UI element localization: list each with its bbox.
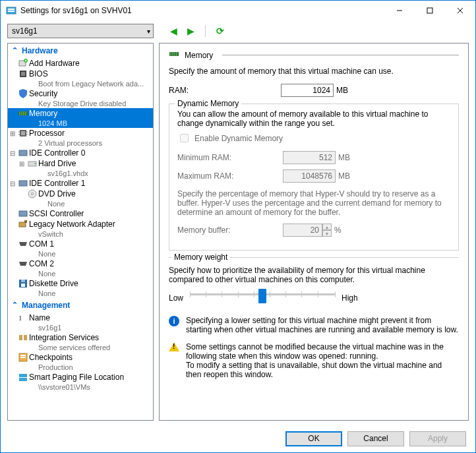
- tree-item-add-hardware[interactable]: Add Hardware: [8, 58, 153, 69]
- settings-tree[interactable]: ⌃ Hardware Add Hardware BIOS Boot from L…: [7, 43, 154, 421]
- svg-rect-40: [20, 355, 26, 356]
- svg-rect-31: [19, 222, 26, 227]
- svg-rect-19: [21, 131, 25, 135]
- svg-rect-32: [24, 220, 27, 223]
- expand-icon[interactable]: ⊞: [17, 160, 26, 167]
- svg-rect-41: [20, 357, 26, 358]
- controller-icon: [17, 178, 29, 189]
- min-ram-label: Minimum RAM:: [177, 153, 250, 162]
- slider-low-label: Low: [169, 293, 183, 303]
- tree-item-processor-sub: 2 Virtual processors: [8, 138, 153, 148]
- tree-item-hard-drive[interactable]: ⊞Hard Drive sv16g1.vhdx: [8, 158, 153, 178]
- tree-item-smart-paging[interactable]: Smart Paging File Location \\svstore01\V…: [8, 372, 153, 392]
- tree-item-checkpoints[interactable]: Checkpoints Production: [8, 352, 153, 372]
- tree-item-scsi[interactable]: SCSI Controller: [8, 208, 153, 219]
- ram-input[interactable]: [281, 84, 334, 97]
- enable-dynamic-memory-checkbox[interactable]: Enable Dynamic Memory: [177, 132, 450, 144]
- tree-item-memory[interactable]: Memory 1024 MB: [8, 108, 153, 128]
- tree-item-hard-drive-sub: sv16g1.vhdx: [8, 169, 153, 178]
- tree-item-ide1[interactable]: ⊟IDE Controller 1: [8, 178, 153, 189]
- dynamic-memory-group: Dynamic Memory You can allow the amount …: [169, 104, 459, 251]
- tree-item-com1-sub: None: [8, 249, 153, 258]
- cpu-icon: [17, 128, 29, 138]
- tree-item-processor[interactable]: ⊞Processor 2 Virtual processors: [8, 128, 153, 148]
- checkpoints-icon: [17, 352, 29, 363]
- name-icon: I: [17, 313, 29, 323]
- section-hardware[interactable]: ⌃ Hardware: [8, 44, 153, 58]
- app-icon: [6, 5, 16, 16]
- tree-item-name-sub: sv16g1: [8, 323, 153, 332]
- tree-item-security[interactable]: Security Key Storage Drive disabled: [8, 88, 153, 108]
- svg-rect-42: [19, 374, 27, 377]
- dialog-footer: OK Cancel Apply: [1, 425, 475, 452]
- min-ram-input: [283, 151, 336, 164]
- paging-icon: [17, 372, 29, 382]
- svg-rect-1: [8, 9, 15, 10]
- tree-item-bios[interactable]: BIOS Boot from Legacy Network ada...: [8, 69, 153, 88]
- window-title: Settings for sv16g1 on SVHV01: [20, 6, 384, 15]
- memory-icon: [17, 108, 29, 119]
- tree-item-dvd-sub: None: [8, 199, 153, 208]
- svg-rect-43: [19, 378, 27, 381]
- svg-rect-38: [24, 335, 27, 340]
- buffer-intro: Specify the percentage of memory that Hy…: [177, 189, 450, 217]
- titlebar: Settings for sv16g1 on SVHV01: [1, 1, 475, 20]
- dynamic-memory-title: Dynamic Memory: [175, 99, 241, 108]
- memory-weight-slider[interactable]: [190, 289, 335, 307]
- buffer-spinner: ▲▼: [283, 224, 332, 237]
- enable-dynamic-memory-label: Enable Dynamic Memory: [194, 134, 283, 143]
- collapse-icon[interactable]: ⊟: [8, 150, 17, 157]
- shield-icon: [17, 88, 29, 99]
- disk-icon: [26, 158, 38, 169]
- tree-item-ide0[interactable]: ⊟IDE Controller 0: [8, 148, 153, 158]
- tree-item-dvd[interactable]: DVD Drive None: [8, 189, 153, 208]
- ok-button[interactable]: OK: [285, 431, 342, 446]
- close-button[interactable]: [445, 1, 475, 20]
- enable-dynamic-memory-input[interactable]: [180, 134, 189, 142]
- tree-item-diskette[interactable]: Diskette Drive None: [8, 278, 153, 298]
- refresh-button[interactable]: ⟳: [215, 26, 225, 36]
- svg-point-29: [32, 193, 34, 195]
- integration-icon: [17, 332, 29, 343]
- cancel-button[interactable]: Cancel: [347, 431, 404, 446]
- info-text: Specifying a lower setting for this virt…: [186, 316, 459, 334]
- tree-item-com2[interactable]: COM 2 None: [8, 258, 153, 278]
- spin-down-icon: ▼: [322, 230, 332, 237]
- serial-port-icon: [17, 239, 29, 249]
- svg-rect-27: [19, 181, 27, 186]
- tree-item-integration[interactable]: Integration Services Some services offer…: [8, 332, 153, 352]
- tree-item-com2-sub: None: [8, 269, 153, 278]
- vm-selector-dropdown[interactable]: sv16g1 ▾: [7, 24, 154, 38]
- controller-icon: [17, 208, 29, 219]
- buffer-unit: %: [334, 226, 342, 235]
- section-management[interactable]: ⌃ Management: [8, 298, 153, 313]
- controller-icon: [17, 148, 29, 158]
- slider-thumb[interactable]: [258, 289, 266, 303]
- memory-icon: [169, 49, 179, 61]
- panel-title: Memory: [185, 51, 213, 60]
- tree-item-name[interactable]: IName sv16g1: [8, 313, 153, 332]
- expand-icon[interactable]: ⊞: [8, 130, 17, 137]
- warning-text: Some settings cannot be modified because…: [186, 342, 459, 379]
- memory-weight-title: Memory weight: [171, 253, 230, 262]
- collapse-icon[interactable]: ⊟: [8, 180, 17, 187]
- tree-item-security-sub: Key Storage Drive disabled: [8, 99, 153, 108]
- nav-back-button[interactable]: ◀: [168, 26, 179, 36]
- buffer-label: Memory buffer:: [177, 226, 250, 235]
- svg-rect-12: [21, 72, 25, 76]
- tree-item-legacy-network-sub: vSwitch: [8, 229, 153, 239]
- maximize-button[interactable]: [415, 1, 445, 20]
- minimize-button[interactable]: [384, 1, 415, 20]
- nav-forward-button[interactable]: ▶: [185, 26, 196, 36]
- tree-item-com1[interactable]: COM 1 None: [8, 239, 153, 258]
- add-hardware-icon: [17, 58, 29, 69]
- svg-point-26: [34, 163, 36, 164]
- section-management-label: Management: [22, 301, 70, 310]
- collapse-icon: ⌃: [12, 301, 18, 309]
- svg-rect-34: [21, 284, 25, 287]
- svg-text:I: I: [19, 314, 22, 322]
- min-ram-unit: MB: [338, 153, 350, 162]
- tree-item-legacy-network[interactable]: Legacy Network Adapter vSwitch: [8, 219, 153, 239]
- network-adapter-icon: [17, 219, 29, 229]
- collapse-icon: ⌃: [12, 46, 18, 55]
